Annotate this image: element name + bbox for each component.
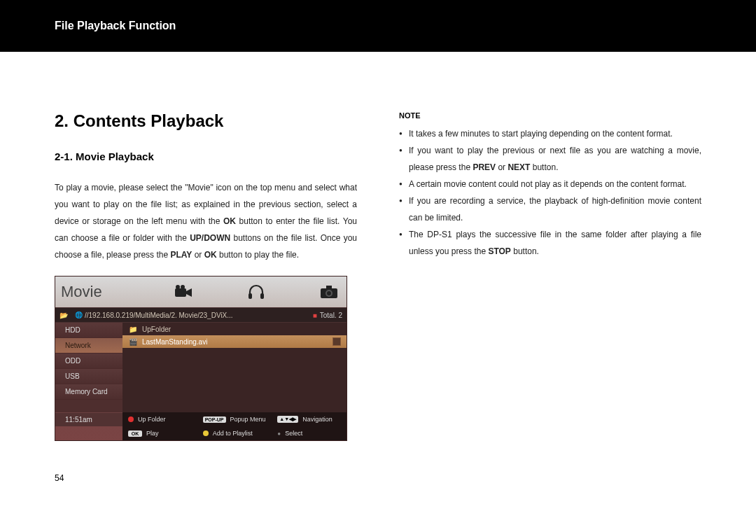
- movie-file-icon: 🎬: [128, 338, 138, 346]
- hint-select: ●Select: [272, 426, 346, 440]
- hint-label: Up Folder: [138, 416, 166, 423]
- text-bold: NEXT: [507, 162, 530, 172]
- note-item: It takes a few minutes to start playing …: [399, 125, 701, 142]
- device-path-bar: 📂 🌐 //192.168.0.219/MultiMedia/2. Movie/…: [55, 307, 346, 323]
- text: or: [192, 250, 204, 260]
- text: If you are recording a service, the play…: [409, 196, 701, 223]
- yellow-dot-icon: [203, 430, 209, 436]
- text: button.: [511, 246, 539, 256]
- up-folder-icon: 📁: [128, 326, 138, 333]
- hint-label: Navigation: [302, 416, 332, 423]
- note-item: If you are recording a service, the play…: [399, 192, 701, 226]
- popup-key-icon: POP-UP: [203, 416, 226, 423]
- device-file-area: 📁 UpFolder 🎬 LastManStanding.avi: [122, 323, 346, 426]
- hint-navigation: ▲▼◀▶Navigation: [272, 412, 346, 426]
- device-path: //192.168.0.219/MultiMedia/2. Movie/23_D…: [85, 312, 313, 319]
- total-count: 2: [338, 312, 342, 319]
- svg-point-1: [176, 285, 180, 289]
- hint-label: Popup Menu: [230, 416, 266, 423]
- svg-point-7: [327, 291, 331, 295]
- text: A certain movie content could not play a…: [409, 179, 687, 189]
- checkbox-icon: [332, 337, 341, 346]
- left-column: 2. Contents Playback 2-1. Movie Playback…: [55, 111, 357, 441]
- header-title: File Playback Function: [55, 20, 176, 32]
- text-bold: OK: [204, 250, 217, 260]
- device-body: HDD Network ODD USB Memory Card 11:51am …: [55, 323, 346, 426]
- content-columns: 2. Contents Playback 2-1. Movie Playback…: [0, 52, 756, 441]
- manual-page: File Playback Function 2. Contents Playb…: [0, 0, 756, 532]
- note-label: NOTE: [399, 111, 701, 120]
- note-item: The DP-S1 plays the successive file in t…: [399, 226, 701, 260]
- side-item-odd: ODD: [55, 354, 122, 369]
- hint-up-folder: Up Folder: [122, 412, 197, 426]
- text-bold: UP/DOWN: [190, 233, 230, 243]
- ok-key-icon: OK: [128, 430, 142, 437]
- nav-key-icon: ▲▼◀▶: [277, 416, 298, 423]
- headphones-icon: [244, 281, 268, 302]
- note-list: It takes a few minutes to start playing …: [399, 125, 701, 260]
- svg-rect-4: [260, 293, 264, 299]
- side-item-memory-card: Memory Card: [55, 384, 122, 400]
- hint-label: Select: [285, 430, 302, 437]
- device-total: ■Total. 2: [313, 312, 342, 319]
- hint-add-playlist: Add to Playlist: [197, 426, 272, 440]
- movie-camera-icon: [172, 281, 196, 302]
- side-spacer: [55, 400, 122, 412]
- page-number: 54: [55, 473, 64, 483]
- device-screenshot: Movie 📂 🌐 //192.168.0.219/MultiMedia/2. …: [55, 276, 347, 441]
- intro-paragraph: To play a movie, please select the "Movi…: [55, 179, 357, 263]
- note-item: A certain movie content could not play a…: [399, 176, 701, 192]
- file-label: UpFolder: [142, 326, 171, 333]
- svg-rect-3: [248, 293, 252, 299]
- subsection-heading: 2-1. Movie Playback: [55, 150, 357, 162]
- file-label: LastManStanding.avi: [142, 338, 207, 346]
- section-heading: 2. Contents Playback: [55, 111, 357, 131]
- side-item-hdd: HDD: [55, 323, 122, 338]
- total-label: Total.: [320, 312, 337, 319]
- text: or: [496, 162, 507, 172]
- hint-popup-menu: POP-UPPopup Menu: [197, 412, 272, 426]
- text-bold: PREV: [472, 162, 496, 172]
- text-bold: OK: [223, 216, 236, 226]
- text: button to play the file.: [217, 250, 299, 260]
- text: The DP-S1 plays the successive file in t…: [409, 230, 701, 256]
- page-header: File Playback Function: [0, 0, 756, 52]
- device-side-menu: HDD Network ODD USB Memory Card 11:51am: [55, 323, 122, 426]
- photo-camera-icon: [317, 281, 341, 302]
- text-bold: STOP: [488, 246, 510, 256]
- right-column: NOTE It takes a few minutes to start pla…: [399, 111, 701, 441]
- text: It takes a few minutes to start playing …: [409, 129, 673, 139]
- bullet-icon: ●: [277, 430, 281, 437]
- device-brand: Movie: [61, 283, 102, 301]
- text: button.: [530, 162, 558, 172]
- file-row-selected: 🎬 LastManStanding.avi: [122, 335, 346, 348]
- text-bold: PLAY: [170, 250, 192, 260]
- globe-icon: 🌐: [72, 312, 85, 318]
- svg-rect-8: [326, 286, 332, 289]
- side-item-network: Network: [55, 338, 122, 354]
- folder-open-icon: 📂: [55, 312, 72, 319]
- side-item-usb: USB: [55, 369, 122, 384]
- red-dot-icon: [128, 416, 134, 422]
- svg-point-2: [181, 285, 185, 289]
- hint-label: Play: [146, 430, 159, 437]
- hint-play: OKPlay: [122, 426, 197, 440]
- device-top-bar: Movie: [55, 276, 346, 307]
- svg-rect-0: [175, 288, 186, 297]
- hint-label: Add to Playlist: [213, 430, 253, 437]
- file-row-upfolder: 📁 UpFolder: [122, 323, 346, 335]
- note-item: If you want to play the previous or next…: [399, 142, 701, 176]
- device-hint-bar: Up Folder POP-UPPopup Menu ▲▼◀▶Navigatio…: [122, 412, 346, 440]
- device-clock: 11:51am: [55, 412, 122, 426]
